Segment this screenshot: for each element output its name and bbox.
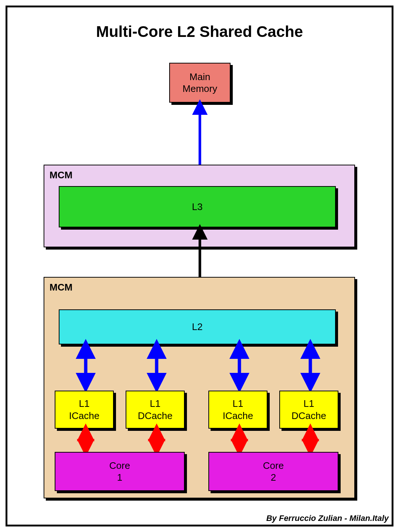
credit-text: By Ferruccio Zulian - Milan.Italy xyxy=(266,514,389,523)
arrow-l2-l1-4 xyxy=(307,344,314,387)
l3-label: L3 xyxy=(192,201,203,213)
arrow-l1-core-2 xyxy=(153,429,160,452)
l1-icache2-label: L1 ICache xyxy=(223,398,253,422)
diagram-title: Multi-Core L2 Shared Cache xyxy=(7,23,392,41)
l1-dcache1-label: L1 DCache xyxy=(138,398,173,422)
arrow-l1-core-3 xyxy=(236,429,243,452)
core2-box: Core 2 xyxy=(208,452,338,491)
mcm-upper-label: MCM xyxy=(50,169,72,181)
l2-label: L2 xyxy=(192,321,203,333)
l1-icache1-box: L1 ICache xyxy=(55,391,114,429)
l3-box: L3 xyxy=(59,186,336,227)
main-memory-box: Main Memory xyxy=(169,63,231,103)
core2-label: Core 2 xyxy=(263,460,284,484)
l1-icache1-label: L1 ICache xyxy=(69,398,99,422)
arrow-l1-core-1 xyxy=(82,429,89,452)
main-memory-label: Main Memory xyxy=(183,71,217,95)
l1-dcache2-label: L1 DCache xyxy=(291,398,326,422)
arrow-l2-l1-3 xyxy=(236,344,243,387)
l1-dcache2-box: L1 DCache xyxy=(279,391,338,429)
diagram-frame: Multi-Core L2 Shared Cache Main Memory M… xyxy=(6,6,393,526)
l1-dcache1-box: L1 DCache xyxy=(126,391,185,429)
arrow-l2-l1-2 xyxy=(153,344,160,387)
mcm-lower-label: MCM xyxy=(50,281,72,294)
l1-icache2-box: L1 ICache xyxy=(208,391,267,429)
core1-label: Core 1 xyxy=(109,460,130,484)
core1-box: Core 1 xyxy=(55,452,185,491)
arrow-l1-core-4 xyxy=(307,429,314,452)
l2-box: L2 xyxy=(59,309,336,344)
arrow-l2-l1-1 xyxy=(82,344,89,387)
